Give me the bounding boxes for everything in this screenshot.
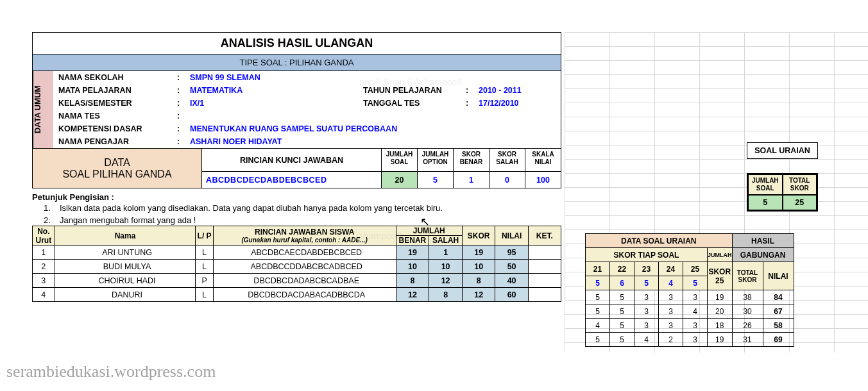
cell-lp[interactable]: P [196, 274, 213, 288]
cell-score[interactable]: 5 [586, 304, 610, 319]
gabungan-label: GABUNGAN [732, 248, 794, 262]
max-score[interactable]: 4 [659, 276, 683, 290]
answer-key-label: RINCIAN KUNCI JAWABAN [202, 149, 382, 172]
cell-score[interactable]: 2 [659, 333, 683, 347]
max-score[interactable]: 5 [683, 276, 708, 290]
cell-score[interactable]: 4 [634, 333, 659, 347]
cell-score[interactable]: 3 [659, 304, 683, 319]
jumlah-option-value[interactable]: 5 [418, 172, 454, 188]
field-value[interactable]: 2010 - 2011 [479, 86, 522, 95]
cell-nilai: 95 [495, 245, 528, 260]
table-row[interactable]: 45333182658 [586, 319, 794, 333]
cell-lp[interactable]: L [196, 288, 213, 302]
field-label: NAMA SEKOLAH [58, 73, 177, 82]
cell-total: 31 [732, 333, 763, 347]
cell-nama[interactable]: DANURI [55, 288, 196, 302]
field-label: KELAS/SEMESTER [58, 99, 177, 108]
th-jumlah: JUMLAH [396, 226, 462, 236]
max-score[interactable]: 5 [634, 276, 659, 290]
max-score[interactable]: 5 [586, 276, 610, 290]
q-num: 23 [634, 262, 659, 276]
th-salah: SALAH [429, 236, 463, 245]
table-row[interactable]: 2BUDI MULYALABCDBCCDDABCBCADBCED10101050 [33, 260, 561, 274]
cell-value: 5 [748, 195, 783, 210]
cell-score[interactable]: 3 [659, 319, 683, 333]
cell-salah: 10 [429, 260, 463, 274]
cell-score[interactable]: 5 [610, 290, 634, 304]
cell-score[interactable]: 5 [610, 319, 634, 333]
cell-jawaban[interactable]: DBCDBCDACDABACADBBCDA [213, 288, 396, 302]
cell-score[interactable]: 5 [586, 290, 610, 304]
cell-skor: 10 [462, 260, 495, 274]
main-title: ANALISIS HASIL ULANGAN [32, 32, 561, 54]
cell-score[interactable]: 4 [683, 304, 708, 319]
cell-score[interactable]: 3 [634, 304, 659, 319]
th-benar: BENAR [396, 236, 429, 245]
cell-nama[interactable]: CHOIRUL HADI [55, 274, 196, 288]
cell-ket [528, 288, 561, 302]
answer-key-value[interactable]: ABCDBCDECDABDEBCBCED [202, 172, 382, 188]
field-value[interactable]: ASHARI NOER HIDAYAT [190, 137, 282, 146]
cell-score[interactable]: 3 [683, 319, 708, 333]
cell-jawaban[interactable]: DBCDBCDADABCBCADBAE [213, 274, 396, 288]
q-num: 24 [659, 262, 683, 276]
field-value[interactable]: MENENTUKAN RUANG SAMPEL SUATU PERCOBAAN [190, 124, 397, 133]
instructions: Petunjuk Pengisian : 1.Isikan data pada … [32, 192, 565, 226]
cell-lp[interactable]: L [196, 245, 213, 260]
spg-block: DATA SOAL PILIHAN GANDA RINCIAN KUNCI JA… [32, 149, 561, 188]
jumlah-label: JUMLAH [708, 248, 733, 262]
table-row[interactable]: 55333193884 [586, 290, 794, 304]
cell-score[interactable]: 5 [610, 304, 634, 319]
cell-score[interactable]: 4 [586, 319, 610, 333]
cell-benar: 10 [396, 260, 429, 274]
cell-score[interactable]: 3 [659, 290, 683, 304]
field-label: NAMA PENGAJAR [58, 137, 177, 146]
cell-total: 26 [732, 319, 763, 333]
field-value[interactable]: 17/12/2010 [479, 99, 519, 108]
cell-no: 1 [33, 245, 55, 260]
th-no: No. Urut [33, 226, 55, 245]
th-rincian: RINCIAN JAWABAN SISWA (Gunakan huruf kap… [213, 226, 396, 245]
cell-jawaban[interactable]: ABCDBCCDDABCBCADBCED [213, 260, 396, 274]
skala-nilai-value[interactable]: 100 [525, 172, 561, 188]
table-row[interactable]: 55334203067 [586, 304, 794, 319]
table-row[interactable]: 1ARI UNTUNGLABCDBCAECDABDEBCBCED1911995 [33, 245, 561, 260]
cell-nama[interactable]: ARI UNTUNG [55, 245, 196, 260]
cell-nilai: 50 [495, 260, 528, 274]
skor-benar-value[interactable]: 1 [454, 172, 489, 188]
table-row[interactable]: 4DANURILDBCDBCDACDABACADBBCDA1281260 [33, 288, 561, 302]
cell-ket [528, 245, 561, 260]
th-ket: KET. [528, 226, 561, 245]
cell-no: 3 [33, 274, 55, 288]
cell-score[interactable]: 5 [610, 333, 634, 347]
cell-score[interactable]: 3 [683, 333, 708, 347]
cell-lp[interactable]: L [196, 260, 213, 274]
cell-nilai: 58 [763, 319, 794, 333]
cell-nilai: 67 [763, 304, 794, 319]
field-value[interactable]: SMPN 99 SLEMAN [190, 73, 260, 82]
cell-score[interactable]: 3 [634, 290, 659, 304]
max-score[interactable]: 6 [610, 276, 634, 290]
cell-score[interactable]: 5 [586, 333, 610, 347]
spg-side-label: DATA SOAL PILIHAN GANDA [32, 149, 202, 188]
table-row[interactable]: 3CHOIRUL HADIPDBCDBCDADABCBCADBAE812840 [33, 274, 561, 288]
field-label: TANGGAL TES [363, 99, 466, 108]
jumlah-soal-value: 20 [382, 172, 418, 188]
table-row[interactable]: 55423193169 [586, 333, 794, 347]
cell-jawaban[interactable]: ABCDBCAECDABDEBCBCED [213, 245, 396, 260]
cell-jumlah: 19 [708, 333, 733, 347]
field-value[interactable]: IX/1 [190, 99, 337, 108]
student-table[interactable]: No. Urut Nama L/ P RINCIAN JAWABAN SISWA… [32, 226, 561, 302]
col-head: SKALA NILAI [525, 149, 561, 172]
cell-score[interactable]: 3 [634, 319, 659, 333]
uraian-table[interactable]: DATA SOAL URAIAN HASIL SKOR TIAP SOAL JU… [585, 233, 794, 347]
field-value[interactable]: MATEMATIKA [190, 86, 337, 95]
instructions-title: Petunjuk Pengisian : [32, 192, 565, 202]
soal-uraian-box: JUMLAH SOAL TOTAL SKOR 5 25 [747, 173, 818, 212]
cell-nama[interactable]: BUDI MULYA [55, 260, 196, 274]
cell-score[interactable]: 3 [683, 290, 708, 304]
skor-salah-value[interactable]: 0 [489, 172, 525, 188]
cell-salah: 8 [429, 288, 463, 302]
data-umum-side-label: DATA UMUM [33, 71, 53, 148]
subtitle: TIPE SOAL : PILIHAN GANDA [32, 54, 561, 71]
